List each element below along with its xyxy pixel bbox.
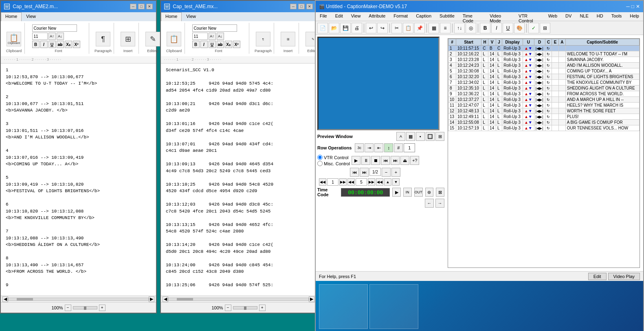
cm-vtr-pause[interactable]: ⏸: [361, 156, 370, 165]
left-sub-btn[interactable]: X₂: [65, 41, 72, 48]
cm-nav-prev-sec[interactable]: ◀◀: [347, 178, 355, 186]
cm-menu-videomode[interactable]: Video Mode: [486, 12, 514, 21]
left-paragraph-btn[interactable]: ¶: [96, 32, 110, 46]
cm-menu-caption[interactable]: Caption: [412, 12, 435, 21]
mid-clipboard-btn[interactable]: 📋: [167, 32, 181, 46]
cm-menu-hd[interactable]: HD: [593, 12, 607, 21]
cm-tb-paste[interactable]: 📌: [414, 23, 425, 33]
cm-misc-btn1[interactable]: ⏮: [350, 168, 359, 177]
cm-menu-file[interactable]: File: [316, 12, 331, 21]
cm-tb-btnx[interactable]: ⊞: [540, 23, 550, 33]
cm-tb-btn3[interactable]: ↑↓: [454, 23, 465, 33]
cm-vtr-radio[interactable]: [317, 155, 323, 160]
mid-sub-btn[interactable]: X₂: [225, 41, 232, 48]
cm-nav-page[interactable]: [327, 178, 338, 186]
table-row[interactable]: 5 10:12:30:08 L 14 L Roll-Up 3 ▲▼ |◀▶| ↻…: [448, 68, 640, 74]
left-insert-btn[interactable]: ⊞: [121, 32, 135, 46]
cm-tb-btn1[interactable]: ▦: [429, 23, 439, 33]
mid-zoom-track[interactable]: [233, 306, 257, 309]
left-underline-btn[interactable]: U: [48, 41, 56, 48]
cm-vtr-stop[interactable]: ⏹: [371, 156, 380, 165]
cm-nav-next-sec[interactable]: ▶▶: [368, 178, 375, 186]
mid-minimize-btn[interactable]: ─: [290, 4, 297, 9]
cm-tb-italic[interactable]: I: [491, 23, 502, 33]
mid-hscrollbar[interactable]: ◀ ▶: [161, 296, 316, 302]
cm-misc-btn2[interactable]: ⏭: [360, 168, 369, 177]
left-strikethrough-btn[interactable]: ab: [57, 41, 64, 48]
cm-arrow-left[interactable]: ←: [425, 199, 434, 208]
left-sup-btn[interactable]: X²: [73, 41, 80, 48]
table-row[interactable]: 1 10:11:57:15 C B C Roll-Up 3 ▲▼ |◀▶| ↻: [448, 46, 640, 51]
left-close-btn[interactable]: ✕: [146, 4, 153, 9]
table-row[interactable]: 15 10:12:57:19 L 14 L Roll-Up 3 ▲▼ |◀▶| …: [448, 125, 640, 131]
left-font-grow-btn[interactable]: A↑: [48, 33, 56, 40]
mid-font-shrink-btn[interactable]: A↓: [217, 33, 224, 40]
left-editor[interactable]: 1 10:12:53,870 --> 10:13:00,677 <b>WELCO…: [1, 64, 156, 296]
cm-tb-btn2[interactable]: ≡: [440, 23, 451, 33]
left-bold-btn[interactable]: B: [32, 41, 40, 48]
left-editing-btn[interactable]: ✎: [145, 32, 160, 46]
left-minimize-btn[interactable]: ─: [130, 4, 136, 9]
mid-zoom-out[interactable]: −: [225, 305, 231, 311]
mid-strikethrough-btn[interactable]: ab: [217, 41, 224, 48]
cm-vtr-play[interactable]: ▶: [352, 156, 360, 165]
cm-menu-subtitle[interactable]: Subtitle: [435, 12, 459, 21]
table-row[interactable]: 11 10:12:47:07 L 14 L Roll-Up 3 ▲▼ |◀▶| …: [448, 103, 640, 108]
mid-scroll-left[interactable]: ◀: [163, 296, 168, 302]
cm-nav-first[interactable]: ◀◀: [319, 178, 326, 186]
left-font-shrink-btn[interactable]: A↓: [57, 33, 64, 40]
left-zoom-in[interactable]: +: [99, 305, 106, 311]
left-zoom-out[interactable]: −: [65, 305, 71, 311]
cm-menu-help[interactable]: Help: [626, 12, 643, 21]
table-row[interactable]: 9 10:12:36:22 L 14 L Roll-Up 3 ▲▼ |◀▶| ↻…: [448, 91, 640, 97]
mid-font-grow-btn[interactable]: A↑: [209, 33, 216, 40]
table-row[interactable]: 14 10:12:55:08 L 14 L Roll-Up 3 ▲▼ |◀▶| …: [448, 120, 640, 125]
cm-tb-redo[interactable]: ↪: [377, 23, 388, 33]
cm-tb-bold[interactable]: B: [480, 23, 490, 33]
cm-tb-print[interactable]: 🖨: [352, 23, 362, 33]
cm-misc-radio-label[interactable]: Misc. Control: [317, 161, 350, 166]
cm-preview-btn2[interactable]: ▩: [406, 132, 415, 141]
cm-preview-btn4[interactable]: 🔲: [426, 132, 435, 141]
mid-scroll-right[interactable]: ▶: [309, 296, 314, 302]
cm-rowops-btn1[interactable]: 3c: [355, 143, 364, 152]
cm-nav-down[interactable]: ▼: [392, 178, 400, 186]
cm-misc-frac[interactable]: [369, 168, 381, 176]
mid-italic-btn[interactable]: I: [200, 41, 208, 48]
mid-bold-btn[interactable]: B: [192, 41, 200, 48]
mid-paragraph-btn[interactable]: ¶: [256, 32, 270, 46]
table-row[interactable]: 13 10:12:49:11 L 14 L Roll-Up 3 ▲▼ |◀▶| …: [448, 114, 640, 120]
left-scroll-track[interactable]: [8, 298, 149, 301]
cm-nav-page2[interactable]: [356, 178, 367, 186]
left-font-name[interactable]: [32, 24, 77, 32]
cm-nav-next[interactable]: ▶▶: [339, 178, 347, 186]
cm-rowops-hash[interactable]: #: [394, 143, 403, 152]
table-row[interactable]: 8 10:12:35:10 L 14 L Roll-Up 3 ▲▼ |◀▶| ↻…: [448, 85, 640, 91]
table-row[interactable]: 4 10:12:24:23 L 14 L Roll-Up 3 ▲▼ |◀▶| ↻…: [448, 63, 640, 68]
cm-menu-view[interactable]: View: [347, 12, 365, 21]
cm-preview-btn3[interactable]: ▪: [416, 132, 425, 141]
left-clipboard-btn[interactable]: 📋 Clipboard: [7, 32, 21, 46]
cm-rowops-btn3[interactable]: ⇤: [374, 143, 383, 152]
cm-tc-btn1[interactable]: ⊛: [425, 188, 434, 197]
cm-maximize-btn[interactable]: □: [631, 4, 634, 9]
cm-tb-open[interactable]: 📂: [329, 23, 339, 33]
cm-vtr-rw[interactable]: ⏮: [381, 156, 390, 165]
left-font-size[interactable]: [32, 33, 48, 40]
cm-tb-btn4[interactable]: ◎: [466, 23, 476, 33]
table-row[interactable]: 7 10:12:34:02 L 14 L Roll-Up 3 ▲▼ |◀▶| ↻…: [448, 80, 640, 85]
cm-misc-minus[interactable]: −: [382, 168, 391, 177]
mid-tab-view[interactable]: View: [182, 12, 200, 21]
cm-misc-plus[interactable]: +: [391, 168, 400, 177]
cm-close-btn[interactable]: ✕: [636, 4, 640, 9]
cm-menu-dv[interactable]: DV: [561, 12, 576, 21]
mid-underline-btn[interactable]: U: [209, 41, 216, 48]
mid-zoom-in[interactable]: +: [259, 305, 266, 311]
left-hscrollbar[interactable]: ◀ ▶: [1, 296, 156, 302]
left-zoom-track[interactable]: [73, 306, 97, 309]
cm-tc-play[interactable]: ▶: [392, 188, 401, 197]
cm-preview-btn5[interactable]: ⊞: [435, 132, 444, 141]
left-maximize-btn[interactable]: □: [138, 4, 145, 9]
cm-nav-up[interactable]: ▲: [384, 178, 391, 186]
mid-scroll-track[interactable]: [168, 298, 309, 301]
